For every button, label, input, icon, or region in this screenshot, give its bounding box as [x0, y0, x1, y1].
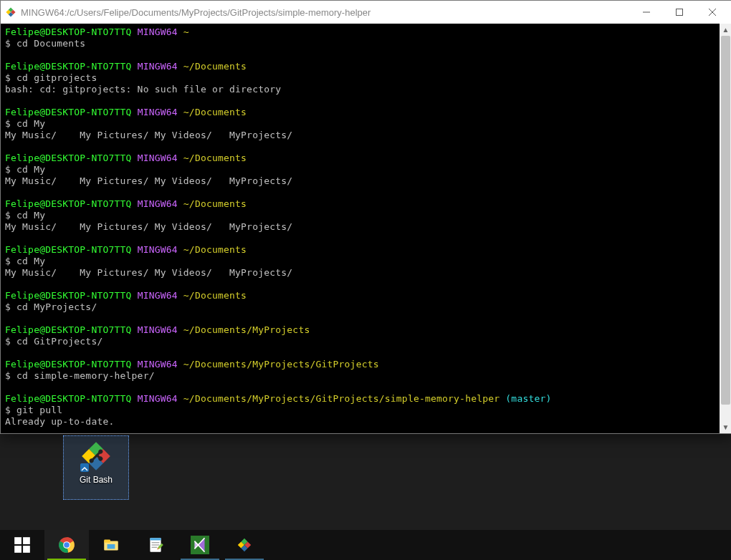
- prompt-line: Felipe@DESKTOP-NTO7TTQ MINGW64 ~/Documen…: [5, 393, 715, 405]
- svg-rect-17: [14, 546, 22, 553]
- git-bash-app-icon: [79, 439, 113, 473]
- svg-rect-24: [108, 544, 115, 549]
- command-line: $ cd My: [5, 118, 715, 130]
- output-line: My Music/ My Pictures/ My Videos/ MyProj…: [5, 130, 715, 141]
- command-line: $ cd gitprojects: [5, 72, 715, 84]
- taskbar-visual-studio[interactable]: [178, 530, 222, 560]
- prompt-line: Felipe@DESKTOP-NTO7TTQ MINGW64 ~/Documen…: [5, 290, 715, 301]
- scrollbar[interactable]: ▲ ▼: [720, 24, 731, 433]
- window-title: MINGW64:/c/Users/Felipe/Documents/MyProj…: [21, 7, 630, 18]
- output-line: Already up-to-date.: [5, 416, 715, 428]
- taskbar-git-bash[interactable]: [222, 530, 267, 560]
- svg-rect-18: [23, 546, 30, 553]
- command-line: $ cd My: [5, 256, 715, 267]
- taskbar-file-explorer[interactable]: [89, 530, 133, 560]
- command-line: $ cd GitProjects/: [5, 336, 715, 347]
- git-bash-window: MINGW64:/c/Users/Felipe/Documents/MyProj…: [0, 0, 731, 434]
- output-line: bash: cd: gitprojects: No such file or d…: [5, 84, 715, 95]
- svg-rect-23: [104, 539, 110, 542]
- command-line: $ cd My: [5, 164, 715, 175]
- svg-rect-4: [677, 9, 683, 16]
- prompt-line: Felipe@DESKTOP-NTO7TTQ MINGW64 ~/Documen…: [5, 324, 715, 336]
- prompt-line: Felipe@DESKTOP-NTO7TTQ MINGW64 ~/Documen…: [5, 244, 715, 256]
- taskbar-notepad[interactable]: [133, 530, 178, 560]
- git-bash-icon: [5, 6, 16, 18]
- output-line: My Music/ My Pictures/ My Videos/ MyProj…: [5, 175, 715, 187]
- output-line: My Music/ My Pictures/ My Videos/ MyProj…: [5, 267, 715, 279]
- svg-rect-16: [23, 537, 30, 544]
- close-button[interactable]: [696, 1, 729, 23]
- scroll-down-arrow[interactable]: ▼: [720, 421, 731, 433]
- desktop-icon-git-bash[interactable]: Git Bash: [63, 435, 129, 500]
- start-button[interactable]: [0, 530, 44, 560]
- scroll-thumb[interactable]: [721, 36, 730, 405]
- prompt-line: Felipe@DESKTOP-NTO7TTQ MINGW64 ~/Documen…: [5, 153, 715, 164]
- prompt-line: Felipe@DESKTOP-NTO7TTQ MINGW64 ~: [5, 26, 715, 38]
- svg-point-21: [64, 542, 70, 548]
- scroll-up-arrow[interactable]: ▲: [720, 24, 731, 36]
- prompt-line: Felipe@DESKTOP-NTO7TTQ MINGW64 ~/Documen…: [5, 359, 715, 370]
- command-line: $ cd MyProjects/: [5, 301, 715, 313]
- command-line: $ git pull: [5, 405, 715, 416]
- svg-rect-26: [150, 538, 161, 540]
- svg-rect-15: [14, 537, 22, 544]
- terminal-area: Felipe@DESKTOP-NTO7TTQ MINGW64 ~$ cd Doc…: [1, 24, 731, 433]
- prompt-line: Felipe@DESKTOP-NTO7TTQ MINGW64 ~/Documen…: [5, 107, 715, 118]
- terminal-output[interactable]: Felipe@DESKTOP-NTO7TTQ MINGW64 ~$ cd Doc…: [1, 24, 720, 433]
- desktop-icon-label: Git Bash: [80, 475, 113, 485]
- minimize-button[interactable]: [630, 1, 663, 23]
- taskbar: [0, 530, 731, 560]
- prompt-line: Felipe@DESKTOP-NTO7TTQ MINGW64 ~/Documen…: [5, 198, 715, 210]
- taskbar-chrome[interactable]: [44, 530, 89, 560]
- maximize-button[interactable]: [663, 1, 696, 23]
- titlebar[interactable]: MINGW64:/c/Users/Felipe/Documents/MyProj…: [1, 1, 731, 24]
- prompt-line: Felipe@DESKTOP-NTO7TTQ MINGW64 ~/Documen…: [5, 61, 715, 72]
- command-line: $ cd simple-memory-helper/: [5, 370, 715, 382]
- output-line: My Music/ My Pictures/ My Videos/ MyProj…: [5, 221, 715, 233]
- command-line: $ cd My: [5, 210, 715, 221]
- command-line: $ cd Documents: [5, 38, 715, 49]
